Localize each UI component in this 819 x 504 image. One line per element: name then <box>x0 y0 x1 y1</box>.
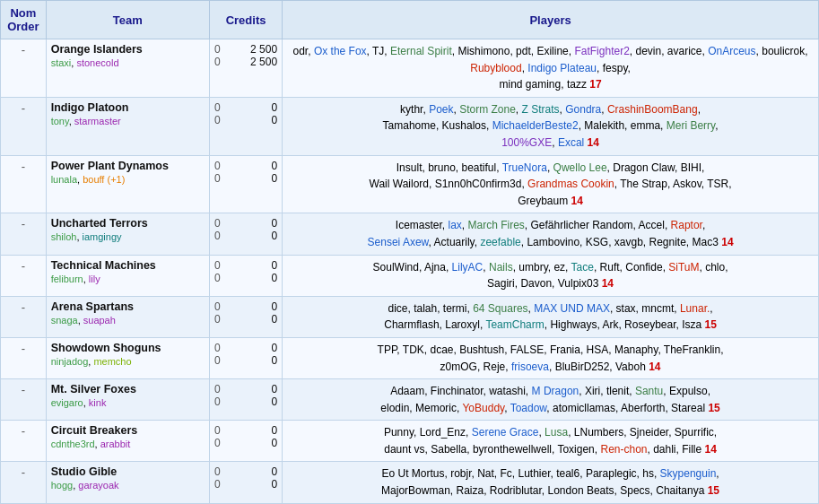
nom-cell: - <box>1 39 47 98</box>
nom-dash: - <box>22 259 25 273</box>
sub-name: snaga <box>51 315 78 326</box>
team-cell: Circuit Breakers cdnthe3rd, arabbit <box>46 421 209 462</box>
sub-name: bouff (+1) <box>83 174 125 185</box>
credits-cell: 0 0 0 0 <box>210 97 283 155</box>
credits-top: 0 <box>271 160 277 172</box>
nom-cell: - <box>1 337 47 378</box>
table-row: - Studio Gible hogg, garayoak 0 0 0 0 Eo… <box>1 462 819 503</box>
sub-name: garayoak <box>78 480 118 491</box>
players-cell: Punny, Lord_Enz, Serene Grace, Lusa, LNu… <box>283 421 819 462</box>
credits-cell: 0 0 0 0 <box>210 155 283 213</box>
header-credits: Credits <box>210 1 283 39</box>
credits-sub-bot: 0 <box>214 230 221 242</box>
credits-sub-bot: 0 <box>214 395 221 408</box>
credits-sub-top: 0 <box>214 259 221 272</box>
credits-top: 0 <box>271 383 277 395</box>
player-count: 14 <box>588 136 599 149</box>
team-subs: tony, starmaster <box>51 116 205 126</box>
credits-bot: 2 500 <box>250 56 277 68</box>
team-cell: Arena Spartans snaga, suapah <box>46 296 209 337</box>
header-players: Players <box>283 1 819 39</box>
credits-top: 2 500 <box>250 43 277 56</box>
credits-cell: 0 0 0 0 <box>210 337 283 378</box>
players-cell: Adaam, Finchinator, watashi, M Dragon, X… <box>283 379 819 421</box>
table-row: - Circuit Breakers cdnthe3rd, arabbit 0 … <box>1 421 819 462</box>
sub-name: starmaster <box>74 116 121 126</box>
header-nom: NomOrder <box>1 1 47 39</box>
player-count: 15 <box>708 484 719 497</box>
credits-sub-top: 0 <box>214 383 221 395</box>
sub-name: cdnthe3rd <box>51 439 95 449</box>
credits-bot: 0 <box>271 354 277 367</box>
team-cell: Technical Machines feliburn, lily <box>46 255 209 296</box>
player-count: 14 <box>705 443 717 456</box>
nom-cell: - <box>1 213 47 255</box>
credits-sub-bot: 0 <box>214 272 221 284</box>
team-name: Showdown Shoguns <box>51 342 205 354</box>
sub-name: suapah <box>83 315 116 326</box>
credits-sub-top: 0 <box>214 465 221 478</box>
nom-dash: - <box>22 217 25 230</box>
team-subs: snaga, suapah <box>51 315 205 326</box>
sub-name: evigaro <box>51 397 83 408</box>
credits-bot: 0 <box>271 395 277 408</box>
team-subs: feliburn, lily <box>51 274 205 284</box>
team-subs: cdnthe3rd, arabbit <box>51 439 205 449</box>
sub-name: tony <box>51 116 69 126</box>
players-cell: odr, Ox the Fox, TJ, Eternal Spirit, Mis… <box>283 39 819 98</box>
credits-top: 0 <box>271 217 277 230</box>
nom-cell: - <box>1 255 47 296</box>
players-cell: kythr, Poek, Storm Zone, Z Strats, Gondr… <box>283 97 819 155</box>
team-name: Power Plant Dynamos <box>51 160 205 172</box>
nom-dash: - <box>22 342 25 355</box>
team-subs: staxi, stonecold <box>51 57 205 68</box>
sub-name: memcho <box>93 356 131 367</box>
nom-dash: - <box>22 465 25 479</box>
credits-cell: 0 0 0 0 <box>210 462 283 503</box>
team-subs: lunala, bouff (+1) <box>51 174 205 185</box>
credits-top: 0 <box>271 101 277 114</box>
team-name: Arena Spartans <box>51 300 205 313</box>
player-count: 17 <box>589 78 601 91</box>
credits-bot: 0 <box>271 114 277 126</box>
sub-name: staxi <box>51 57 72 68</box>
team-subs: hogg, garayoak <box>51 480 205 491</box>
players-cell: Icemaster, lax, March Fires, Gefährliche… <box>283 213 819 255</box>
table-row: - Orange Islanders staxi, stonecold 0 2 … <box>1 39 819 98</box>
table-row: - Technical Machines feliburn, lily 0 0 … <box>1 255 819 296</box>
credits-bot: 0 <box>271 172 277 185</box>
sub-name: hogg <box>51 480 73 491</box>
player-count: 15 <box>708 402 719 414</box>
credits-bot: 0 <box>271 230 277 242</box>
nom-cell: - <box>1 155 47 213</box>
credits-sub-bot: 0 <box>214 172 221 185</box>
sub-name: iamgingy <box>83 231 122 242</box>
nom-dash: - <box>22 43 25 56</box>
credits-sub-top: 0 <box>214 424 221 437</box>
table-row: - Power Plant Dynamos lunala, bouff (+1)… <box>1 155 819 213</box>
sub-name: stonecold <box>76 57 118 68</box>
nom-cell: - <box>1 379 47 421</box>
nom-dash: - <box>22 424 25 438</box>
credits-top: 0 <box>271 342 277 354</box>
sub-name: kink <box>89 397 107 408</box>
players-cell: Insult, bruno, beatiful, TrueNora, Qwell… <box>283 155 819 213</box>
nom-dash: - <box>22 160 25 173</box>
credits-cell: 0 0 0 0 <box>210 213 283 255</box>
player-count: 14 <box>602 277 614 290</box>
table-row: - Uncharted Terrors shiloh, iamgingy 0 0… <box>1 213 819 255</box>
nom-dash: - <box>22 383 25 396</box>
team-cell: Indigo Platoon tony, starmaster <box>46 97 209 155</box>
credits-sub-bot: 0 <box>214 437 221 449</box>
players-cell: dice, talah, termi, 64 Squares, MAX UND … <box>283 296 819 337</box>
credits-bot: 0 <box>271 437 277 449</box>
team-name: Circuit Breakers <box>51 424 205 437</box>
team-cell: Power Plant Dynamos lunala, bouff (+1) <box>46 155 209 213</box>
player-count: 15 <box>705 318 717 331</box>
team-subs: ninjadog, memcho <box>51 356 205 367</box>
credits-sub-bot: 0 <box>214 478 221 491</box>
credits-cell: 0 2 500 0 2 500 <box>210 39 283 98</box>
credits-sub-bot: 0 <box>214 354 221 367</box>
credits-sub-top: 0 <box>214 217 221 230</box>
credits-sub-top: 0 <box>214 300 221 313</box>
